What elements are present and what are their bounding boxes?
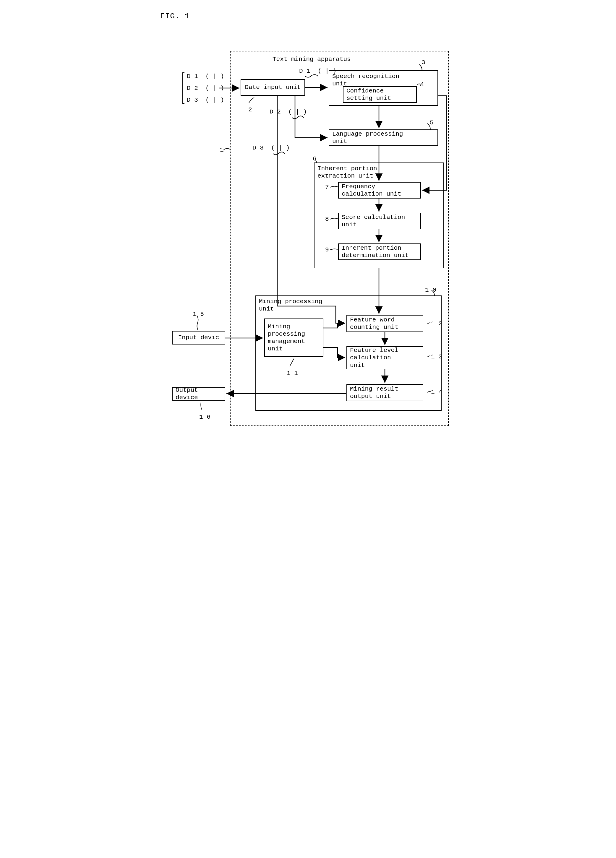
input-d3: D 3 ( | ) [187,96,224,104]
speech-rec-label: Speech recognition unit [332,73,399,87]
apparatus-title: Text mining apparatus [272,56,351,63]
inherent-determination-unit: Inherent portion determination unit [338,244,421,260]
lang-proc-label: Language processing unit [332,130,403,145]
ref-6: 6 [313,155,317,162]
ref-8: 8 [325,216,329,222]
input-d1: D 1 ( | ) [187,73,224,80]
freq-calc-label: Frequency calculation unit [342,183,401,197]
ref-5: 5 [430,120,434,126]
confidence-label: Confidence setting unit [347,87,391,102]
ref-15: 1 5 [193,311,204,318]
input-d2: D 2 ( | ) [187,84,224,92]
diagram-canvas: Text mining apparatus D 1 ( | ) D 2 ( | … [160,30,456,431]
inherent-ext-label: Inherent portion extraction unit [317,165,377,180]
path-label-d2: D 2 ( | ) [269,108,307,115]
mining-result-label: Mining result output unit [350,385,398,400]
path-label-d3: D 3 ( | ) [252,144,290,152]
feature-word-label: Feature word counting unit [350,316,398,331]
input-device: Input devic [172,331,225,345]
ref-3: 3 [422,59,425,66]
ref-11: 1 1 [287,370,298,377]
ref-14: 1 4 [431,389,442,396]
output-device-label: Output device [176,387,222,401]
feature-word-unit: Feature word counting unit [347,315,423,332]
mining-proc-label: Mining processing unit [259,298,322,312]
ref-9: 9 [325,246,329,253]
feature-level-unit: Feature level calculation unit [347,346,423,369]
score-calc-label: Score calculation unit [342,214,405,228]
output-device: Output device [172,387,225,401]
ref-12: 1 2 [431,320,442,327]
ref-2: 2 [248,106,252,113]
data-input-label: Date input unit [245,84,300,91]
figure-label: FIG. 1 [160,12,456,21]
ref-10: 1 0 [425,287,436,294]
language-processing-unit: Language processing unit [329,129,438,146]
ref-13: 1 3 [431,353,442,360]
data-input-unit: Date input unit [241,79,305,96]
feature-level-label: Feature level calculation unit [350,347,398,369]
mining-result-unit: Mining result output unit [347,384,423,401]
mining-management-unit: Mining processing management unit [264,319,324,357]
ref-1: 1 [220,146,224,153]
confidence-setting-unit: Confidence setting unit [343,86,417,103]
ref-4: 4 [420,81,424,88]
ref-16: 1 6 [199,413,210,420]
score-calculation-unit: Score calculation unit [338,213,421,229]
ref-7: 7 [325,184,329,191]
frequency-calculation-unit: Frequency calculation unit [338,182,421,199]
inherent-det-label: Inherent portion determination unit [342,244,409,259]
mining-mgmt-label: Mining processing management unit [268,323,305,353]
path-label-d1: D 1 ( | ) [299,67,336,75]
input-device-label: Input devic [178,334,219,341]
